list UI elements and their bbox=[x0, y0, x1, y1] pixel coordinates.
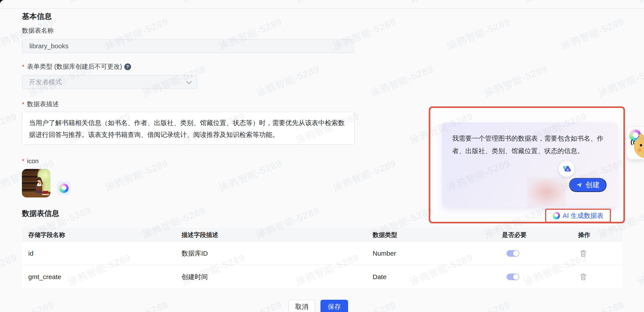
section-title-table-info: 数据表信息 bbox=[22, 208, 59, 218]
assistant-widget[interactable] bbox=[626, 127, 644, 159]
svg-text:A: A bbox=[566, 168, 569, 171]
ai-prompt-card: 我需要一个管理图书的数据表，需要包含如书名、作者、出版社、类别、馆藏位置、状态的… bbox=[442, 122, 617, 207]
table-name-label: 数据表名称 bbox=[22, 26, 54, 35]
fields-table: 存储字段名称 描述字段描述 数据类型 是否必要 操作 id 数据库ID Numb… bbox=[22, 228, 622, 289]
table-name-value: library_books bbox=[29, 42, 68, 50]
col-header-data-type: 数据类型 bbox=[373, 231, 397, 239]
form-type-select[interactable]: 开发者模式 bbox=[22, 75, 197, 89]
ai-swirl-icon bbox=[552, 212, 560, 219]
toggle-knob bbox=[513, 250, 519, 256]
delete-trash-icon[interactable] bbox=[580, 273, 587, 281]
translate-app-badge: 文 A bbox=[559, 161, 574, 177]
form-type-label: * 表单类型 (数据库创建后不可更改) ? bbox=[22, 62, 131, 71]
help-question-icon[interactable]: ? bbox=[124, 63, 131, 70]
send-plane-icon bbox=[576, 182, 582, 188]
required-marker: * bbox=[22, 63, 24, 70]
top-divider bbox=[0, 8, 644, 9]
col-header-field-name: 存储字段名称 bbox=[28, 231, 65, 239]
annotation-red-box: 我需要一个管理图书的数据表，需要包含如书名、作者、出版社、类别、馆藏位置、状态的… bbox=[429, 106, 625, 223]
required-marker: * bbox=[22, 101, 24, 108]
toggle-knob bbox=[513, 274, 519, 280]
field-type: Number bbox=[373, 250, 396, 257]
ai-icon-generate-button[interactable] bbox=[57, 181, 71, 195]
table-desc-textarea[interactable]: 当用户了解书籍相关信息（如书名、作者、出版社、类别、馆藏位置、状态等）时，需要优… bbox=[22, 112, 355, 145]
translate-logo-icon: 文 A bbox=[561, 163, 572, 174]
app-screen: 基本信息 数据表名称 library_books * 表单类型 (数据库创建后不… bbox=[0, 0, 644, 312]
ai-swirl-icon bbox=[59, 183, 68, 193]
table-name-input[interactable]: library_books bbox=[22, 39, 354, 53]
table-desc-label: * 数据表描述 bbox=[22, 100, 59, 109]
save-button[interactable]: 保存 bbox=[320, 300, 348, 312]
table-icon-image[interactable] bbox=[22, 169, 50, 197]
field-desc: 创建时间 bbox=[182, 272, 208, 281]
col-header-field-desc: 描述字段描述 bbox=[182, 231, 218, 239]
mascot-character bbox=[630, 134, 644, 160]
required-marker: * bbox=[22, 158, 24, 165]
table-row: id 数据库ID Number bbox=[22, 242, 622, 265]
chevron-down-icon bbox=[186, 79, 192, 84]
field-name: gmt_create bbox=[28, 273, 61, 281]
icon-label: * icon bbox=[22, 158, 39, 165]
col-header-required: 是否必要 bbox=[502, 231, 526, 239]
field-type: Date bbox=[373, 273, 386, 281]
table-row: gmt_create 创建时间 Date bbox=[22, 265, 622, 289]
section-title-basic-info: 基本信息 bbox=[22, 12, 52, 22]
required-toggle[interactable] bbox=[506, 250, 519, 257]
fields-table-header: 存储字段名称 描述字段描述 数据类型 是否必要 操作 bbox=[22, 228, 622, 242]
delete-trash-icon[interactable] bbox=[580, 250, 587, 257]
ai-generate-table-link[interactable]: AI 生成数据表 bbox=[563, 211, 604, 220]
table-desc-value: 当用户了解书籍相关信息（如书名、作者、出版社、类别、馆藏位置、状态等）时，需要优… bbox=[29, 119, 344, 138]
create-button[interactable]: 创建 bbox=[569, 178, 606, 192]
col-header-actions: 操作 bbox=[578, 231, 590, 239]
blurred-region bbox=[528, 178, 566, 207]
form-type-value: 开发者模式 bbox=[29, 78, 62, 87]
required-toggle[interactable] bbox=[506, 274, 519, 280]
field-name: id bbox=[28, 250, 33, 257]
ai-prompt-text: 我需要一个管理图书的数据表，需要包含如书名、作者、出版社、类别、馆藏位置、状态的… bbox=[452, 132, 609, 157]
annotation-red-box-inner: AI 生成数据表 bbox=[545, 209, 611, 223]
reading-girl-graphic bbox=[33, 176, 45, 193]
field-desc: 数据库ID bbox=[182, 249, 208, 258]
cancel-button[interactable]: 取消 bbox=[288, 300, 315, 312]
